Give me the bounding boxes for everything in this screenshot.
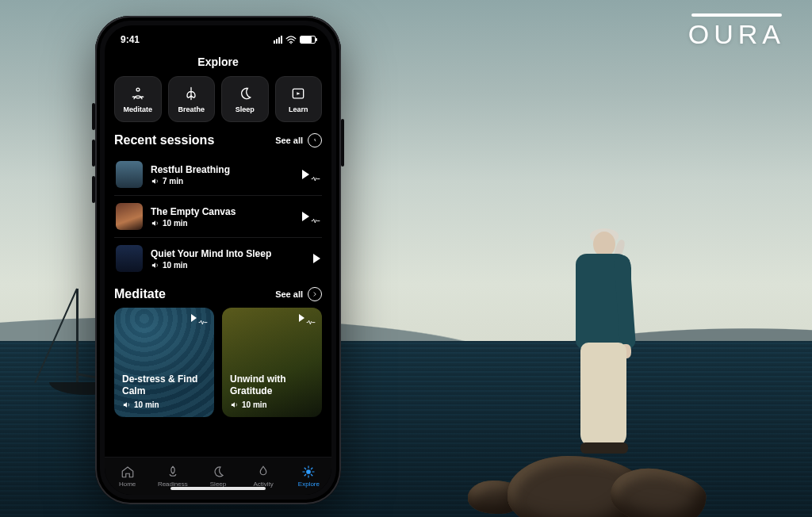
- see-all-label: See all: [275, 136, 303, 145]
- session-duration: 10 min: [163, 261, 188, 270]
- pulse-icon: [311, 170, 320, 178]
- play-icon: [302, 170, 309, 179]
- explore-icon: [301, 465, 316, 479]
- session-meta: 7 min: [151, 177, 294, 186]
- audio-icon: [151, 261, 159, 270]
- meditate-cards: De-stress & Find Calm 10 min Unwind with…: [114, 308, 322, 417]
- activity-icon: [256, 465, 270, 479]
- card-meta: 10 min: [122, 400, 206, 409]
- card-duration: 10 min: [134, 400, 159, 409]
- pulse-icon: [198, 314, 208, 322]
- session-duration: 7 min: [163, 177, 183, 186]
- meditate-see-all[interactable]: See all: [275, 287, 322, 301]
- meditate-icon: [130, 86, 146, 101]
- category-label: Meditate: [123, 105, 152, 113]
- card-meta: 10 min: [230, 400, 314, 409]
- sleep-icon: [211, 465, 225, 479]
- play-icon: [191, 314, 197, 322]
- tab-label: Home: [119, 481, 136, 488]
- category-sleep[interactable]: Sleep: [221, 76, 269, 122]
- meditate-card[interactable]: De-stress & Find Calm 10 min: [114, 308, 214, 417]
- card-title: De-stress & Find Calm: [122, 373, 206, 397]
- category-breathe[interactable]: Breathe: [168, 76, 216, 122]
- category-row: Meditate Breathe Sleep Learn: [114, 76, 322, 122]
- play-button[interactable]: [302, 170, 320, 179]
- tab-home[interactable]: Home: [105, 458, 150, 495]
- see-all-label: See all: [275, 289, 303, 299]
- session-title: Restful Breathing: [151, 164, 294, 175]
- session-row[interactable]: Quiet Your Mind Into Sleep 10 min: [114, 238, 322, 279]
- card-play-badge: [299, 314, 316, 322]
- phone-notch: [163, 25, 274, 46]
- wifi-icon: [285, 36, 297, 44]
- session-title: The Empty Canvas: [151, 206, 294, 217]
- session-row[interactable]: Restful Breathing 7 min: [114, 154, 322, 196]
- session-title: Quiet Your Mind Into Sleep: [151, 248, 305, 259]
- learn-icon: [290, 86, 306, 101]
- session-meta: 10 min: [151, 219, 294, 228]
- history-icon: [308, 133, 322, 147]
- svg-point-3: [307, 470, 311, 474]
- pulse-icon: [306, 314, 316, 322]
- meditate-heading: Meditate: [114, 287, 166, 301]
- card-title: Unwind with Gratitude: [230, 373, 314, 397]
- session-thumb: [116, 245, 143, 272]
- play-button[interactable]: [302, 212, 320, 221]
- sleep-icon: [237, 86, 253, 101]
- oura-logo: OURA: [688, 19, 785, 50]
- recent-heading: Recent sessions: [114, 133, 214, 147]
- person-silhouette: [571, 232, 634, 469]
- category-label: Learn: [289, 105, 308, 113]
- play-icon: [299, 314, 304, 322]
- play-button[interactable]: [313, 254, 320, 263]
- phone-screen: 9:41 Explore Meditate Breathe: [105, 25, 331, 495]
- audio-icon: [122, 400, 131, 409]
- status-time: 9:41: [121, 34, 140, 45]
- card-play-badge: [191, 314, 208, 322]
- tab-label: Explore: [298, 481, 320, 488]
- session-duration: 10 min: [163, 219, 188, 228]
- audio-icon: [151, 177, 159, 186]
- arrow-right-icon: [308, 287, 322, 301]
- category-learn[interactable]: Learn: [275, 76, 323, 122]
- play-icon: [302, 212, 309, 221]
- phone-frame: 9:41 Explore Meditate Breathe: [95, 16, 341, 504]
- category-meditate[interactable]: Meditate: [114, 76, 162, 122]
- recent-see-all[interactable]: See all: [275, 133, 322, 147]
- audio-icon: [230, 400, 239, 409]
- category-label: Sleep: [236, 105, 255, 113]
- home-indicator: [170, 487, 266, 490]
- svg-point-0: [290, 42, 292, 44]
- session-row[interactable]: The Empty Canvas 10 min: [114, 196, 322, 238]
- card-duration: 10 min: [242, 400, 267, 409]
- category-label: Breathe: [178, 105, 205, 113]
- pulse-icon: [311, 213, 320, 220]
- svg-point-1: [136, 88, 140, 91]
- battery-icon: [300, 36, 316, 44]
- readiness-icon: [166, 465, 180, 479]
- play-icon: [313, 254, 320, 263]
- tab-explore[interactable]: Explore: [286, 458, 331, 495]
- meditate-card[interactable]: Unwind with Gratitude 10 min: [222, 308, 322, 417]
- signal-icon: [274, 36, 282, 44]
- home-icon: [121, 465, 135, 479]
- recent-list: Restful Breathing 7 min The Empty: [114, 154, 322, 279]
- session-meta: 10 min: [151, 261, 305, 270]
- page-title: Explore: [114, 56, 322, 68]
- audio-icon: [151, 219, 159, 228]
- breathe-icon: [183, 86, 199, 101]
- session-thumb: [116, 203, 143, 230]
- session-thumb: [116, 161, 143, 188]
